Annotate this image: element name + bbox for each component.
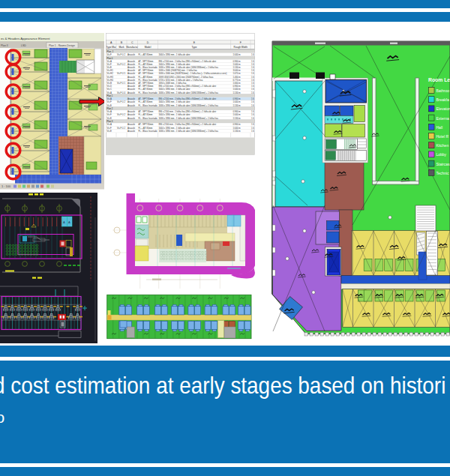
- svg-text:Vis E: Vis E: [107, 104, 112, 107]
- svg-text:Vis F 0 2: Vis F 0 2: [117, 100, 125, 103]
- svg-text:Anacole: Anacole: [128, 53, 136, 56]
- svg-text:es & Headers Appearance El: es & Headers Appearance Element: [1, 37, 50, 40]
- svg-text:1 6: 1 6: [251, 91, 254, 94]
- svg-text:Elevator: Elevator: [436, 106, 450, 111]
- svg-text:FL - Bloco Insertado: FL - Bloco Insertado: [139, 104, 158, 107]
- svg-text:Plan 1 - Rooms Design: Plan 1 - Rooms Design: [49, 44, 75, 47]
- svg-text:Vis F 0 2: Vis F 0 2: [117, 113, 125, 116]
- svg-text:A: A: [63, 220, 65, 224]
- svg-text:Room Le: Room Le: [428, 77, 450, 82]
- svg-text:D: D: [147, 41, 149, 44]
- svg-text:Mark: Mark: [118, 46, 124, 49]
- svg-text:C: C: [131, 41, 134, 44]
- svg-text:1636 x 1890 mm - 1 folha de ab: 1636 x 1890 mm - 1 folha de abrir (1696/…: [159, 104, 219, 107]
- svg-text:Vis E: Vis E: [107, 130, 112, 133]
- svg-text:1.530 m: 1.530 m: [233, 91, 242, 94]
- svg-text:Vis F 0 2: Vis F 0 2: [117, 63, 125, 66]
- svg-text:1 6: 1 6: [251, 104, 254, 107]
- svg-text:1 6: 1 6: [251, 117, 254, 120]
- svg-text:1.640 m: 1.640 m: [233, 53, 242, 56]
- svg-text:Anacole: Anacole: [128, 104, 136, 107]
- svg-text:Type: Type: [192, 46, 197, 49]
- svg-text:1 6: 1 6: [251, 53, 254, 56]
- svg-text:1644 x 1890 mm - 1 folha de ab: 1644 x 1890 mm - 1 folha de abrir: [159, 53, 190, 56]
- svg-text:Breakfa: Breakfa: [436, 97, 449, 102]
- svg-text:1636 x 1890 mm - 1 folha de ab: 1636 x 1890 mm - 1 folha de abrir (1696/…: [159, 117, 219, 120]
- svg-text:Bathroo: Bathroo: [436, 88, 450, 93]
- svg-text:FL - Bloco Insertado: FL - Bloco Insertado: [139, 130, 158, 133]
- svg-text:Hotel R: Hotel R: [436, 134, 449, 139]
- svg-text:Externa: Externa: [436, 116, 449, 121]
- svg-text:Hall: Hall: [436, 125, 443, 130]
- svg-text:A: A: [68, 220, 70, 224]
- svg-text:Vis F 0 5: Vis F 0 5: [117, 72, 125, 75]
- svg-text:1.530 m: 1.530 m: [233, 104, 242, 107]
- svg-text:Manufactur: Manufactur: [126, 46, 139, 49]
- svg-text:LSD: LSD: [21, 44, 26, 47]
- svg-text:FL + ATI 80mm: FL + ATI 80mm: [139, 53, 154, 56]
- svg-text:Model: Model: [145, 46, 152, 49]
- svg-text:1 : 100: 1 : 100: [2, 184, 11, 188]
- svg-text:Vis F: Vis F: [107, 53, 112, 56]
- svg-text:1.530 m: 1.530 m: [233, 117, 242, 120]
- svg-text:Plan II: Plan II: [1, 44, 8, 47]
- svg-text:FL - Bloco Insertado: FL - Bloco Insertado: [139, 117, 158, 120]
- svg-text:Anacole: Anacole: [128, 91, 136, 94]
- svg-text:Kitchen: Kitchen: [436, 143, 449, 148]
- svg-text:Vis F 0 2: Vis F 0 2: [117, 127, 125, 130]
- svg-text:Vis E: Vis E: [107, 117, 112, 120]
- svg-text:1.530 m: 1.530 m: [233, 130, 242, 133]
- svg-text:Type Mar: Type Mar: [106, 46, 117, 49]
- svg-text:Vis F 0 1: Vis F 0 1: [117, 82, 125, 85]
- svg-text:Vis F 0 2: Vis F 0 2: [117, 53, 125, 56]
- svg-text:1 6: 1 6: [251, 130, 254, 133]
- svg-text:Anacole: Anacole: [128, 117, 136, 120]
- svg-text:Rough Width: Rough Width: [234, 46, 248, 49]
- svg-text:Technic: Technic: [436, 171, 449, 175]
- svg-text:Staircas: Staircas: [436, 162, 450, 166]
- svg-text:1636 x 1890 mm - 1 folha de ab: 1636 x 1890 mm - 1 folha de abrir (1696/…: [159, 130, 219, 133]
- svg-text:Vis F 0 4: Vis F 0 4: [117, 91, 125, 94]
- svg-text:FL - Bloco Insertado: FL - Bloco Insertado: [139, 91, 158, 94]
- svg-text:Lobby: Lobby: [436, 152, 447, 157]
- svg-text:Anacole: Anacole: [128, 130, 136, 133]
- svg-text:1636 x 1890 mm - 1 folha de ab: 1636 x 1890 mm - 1 folha de abrir (1696/…: [159, 91, 219, 94]
